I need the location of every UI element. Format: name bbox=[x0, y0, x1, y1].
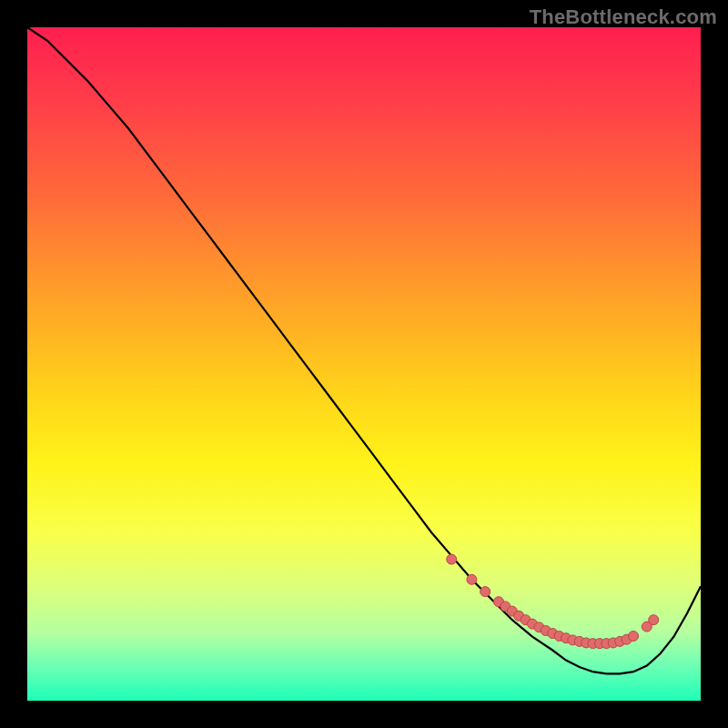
chart-marker bbox=[447, 554, 457, 564]
chart-curve bbox=[27, 27, 701, 673]
chart-plot-area bbox=[27, 27, 701, 701]
chart-markers bbox=[447, 554, 659, 649]
chart-marker bbox=[649, 615, 659, 625]
chart-marker bbox=[480, 587, 490, 597]
watermark-text: TheBottleneck.com bbox=[530, 5, 717, 29]
chart-svg bbox=[27, 27, 701, 701]
stage: TheBottleneck.com bbox=[0, 0, 728, 728]
chart-marker bbox=[467, 574, 477, 584]
chart-marker bbox=[629, 632, 639, 642]
